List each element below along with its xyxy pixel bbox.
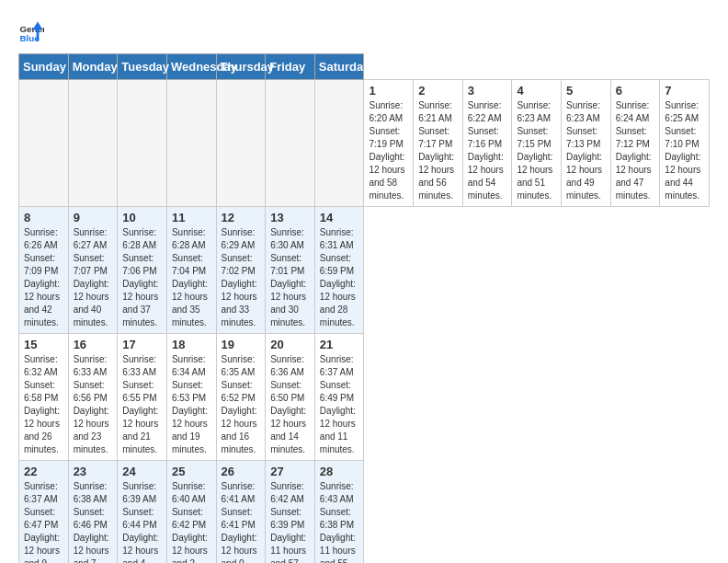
calendar-cell: 13Sunrise: 6:30 AMSunset: 7:01 PMDayligh… bbox=[266, 207, 315, 334]
calendar-cell: 4Sunrise: 6:23 AMSunset: 7:15 PMDaylight… bbox=[512, 80, 562, 207]
day-header-friday: Friday bbox=[266, 54, 315, 80]
calendar-cell: 16Sunrise: 6:33 AMSunset: 6:56 PMDayligh… bbox=[68, 334, 118, 461]
day-header-wednesday: Wednesday bbox=[166, 54, 216, 80]
calendar-table: SundayMondayTuesdayWednesdayThursdayFrid… bbox=[18, 53, 710, 563]
day-info: Sunrise: 6:39 AMSunset: 6:44 PMDaylight:… bbox=[122, 480, 162, 563]
calendar-cell: 14Sunrise: 6:31 AMSunset: 6:59 PMDayligh… bbox=[314, 207, 364, 334]
calendar-cell: 17Sunrise: 6:33 AMSunset: 6:55 PMDayligh… bbox=[118, 334, 167, 461]
calendar-cell bbox=[314, 80, 364, 207]
day-info: Sunrise: 6:31 AMSunset: 6:59 PMDaylight:… bbox=[320, 226, 359, 329]
calendar-cell: 28Sunrise: 6:43 AMSunset: 6:38 PMDayligh… bbox=[314, 461, 364, 564]
day-info: Sunrise: 6:24 AMSunset: 7:12 PMDaylight:… bbox=[616, 99, 655, 202]
calendar-cell: 27Sunrise: 6:42 AMSunset: 6:39 PMDayligh… bbox=[266, 461, 315, 564]
day-number: 16 bbox=[74, 338, 113, 351]
day-header-saturday: Saturday bbox=[314, 54, 364, 80]
day-number: 8 bbox=[24, 211, 63, 224]
calendar-week-2: 8Sunrise: 6:26 AMSunset: 7:09 PMDaylight… bbox=[19, 207, 710, 334]
logo-icon: General Blue bbox=[18, 18, 44, 44]
calendar-cell: 26Sunrise: 6:41 AMSunset: 6:41 PMDayligh… bbox=[216, 461, 266, 564]
day-info: Sunrise: 6:23 AMSunset: 7:15 PMDaylight:… bbox=[517, 99, 556, 202]
day-number: 5 bbox=[566, 84, 606, 98]
day-info: Sunrise: 6:41 AMSunset: 6:41 PMDaylight:… bbox=[222, 480, 261, 563]
day-number: 10 bbox=[122, 211, 162, 224]
day-number: 11 bbox=[172, 211, 211, 224]
day-number: 18 bbox=[172, 338, 211, 351]
day-number: 20 bbox=[270, 338, 310, 351]
day-number: 26 bbox=[222, 465, 261, 478]
day-number: 28 bbox=[320, 465, 359, 478]
calendar-cell: 20Sunrise: 6:36 AMSunset: 6:50 PMDayligh… bbox=[266, 334, 315, 461]
day-info: Sunrise: 6:29 AMSunset: 7:02 PMDaylight:… bbox=[222, 226, 261, 329]
day-header-thursday: Thursday bbox=[216, 54, 266, 80]
day-number: 3 bbox=[468, 84, 507, 98]
day-info: Sunrise: 6:37 AMSunset: 6:49 PMDaylight:… bbox=[320, 353, 359, 456]
day-info: Sunrise: 6:28 AMSunset: 7:04 PMDaylight:… bbox=[172, 226, 211, 329]
day-header-monday: Monday bbox=[68, 54, 118, 80]
day-number: 9 bbox=[74, 211, 113, 224]
day-info: Sunrise: 6:43 AMSunset: 6:38 PMDaylight:… bbox=[320, 480, 359, 563]
calendar-cell: 18Sunrise: 6:34 AMSunset: 6:53 PMDayligh… bbox=[166, 334, 216, 461]
day-number: 27 bbox=[270, 465, 310, 478]
day-info: Sunrise: 6:33 AMSunset: 6:56 PMDaylight:… bbox=[74, 353, 113, 456]
calendar-cell bbox=[19, 80, 69, 207]
day-number: 15 bbox=[24, 338, 63, 351]
day-info: Sunrise: 6:40 AMSunset: 6:42 PMDaylight:… bbox=[172, 480, 211, 563]
calendar-cell: 9Sunrise: 6:27 AMSunset: 7:07 PMDaylight… bbox=[68, 207, 118, 334]
day-info: Sunrise: 6:38 AMSunset: 6:46 PMDaylight:… bbox=[74, 480, 113, 563]
day-info: Sunrise: 6:36 AMSunset: 6:50 PMDaylight:… bbox=[270, 353, 310, 456]
day-header-sunday: Sunday bbox=[19, 54, 69, 80]
calendar-cell bbox=[118, 80, 167, 207]
day-info: Sunrise: 6:34 AMSunset: 6:53 PMDaylight:… bbox=[172, 353, 211, 456]
day-info: Sunrise: 6:37 AMSunset: 6:47 PMDaylight:… bbox=[24, 480, 63, 563]
calendar-cell: 3Sunrise: 6:22 AMSunset: 7:16 PMDaylight… bbox=[462, 80, 512, 207]
day-number: 19 bbox=[222, 338, 261, 351]
day-info: Sunrise: 6:35 AMSunset: 6:52 PMDaylight:… bbox=[222, 353, 261, 456]
day-number: 22 bbox=[24, 465, 63, 478]
calendar-cell bbox=[166, 80, 216, 207]
day-info: Sunrise: 6:23 AMSunset: 7:13 PMDaylight:… bbox=[566, 99, 606, 202]
day-number: 25 bbox=[172, 465, 211, 478]
day-info: Sunrise: 6:22 AMSunset: 7:16 PMDaylight:… bbox=[468, 99, 507, 202]
calendar-cell: 10Sunrise: 6:28 AMSunset: 7:06 PMDayligh… bbox=[118, 207, 167, 334]
calendar-cell bbox=[266, 80, 315, 207]
page-header: General Blue bbox=[18, 18, 710, 44]
calendar-cell: 23Sunrise: 6:38 AMSunset: 6:46 PMDayligh… bbox=[68, 461, 118, 564]
day-number: 6 bbox=[616, 84, 655, 98]
calendar-cell: 21Sunrise: 6:37 AMSunset: 6:49 PMDayligh… bbox=[314, 334, 364, 461]
calendar-cell: 25Sunrise: 6:40 AMSunset: 6:42 PMDayligh… bbox=[166, 461, 216, 564]
day-number: 21 bbox=[320, 338, 359, 351]
day-number: 23 bbox=[74, 465, 113, 478]
day-info: Sunrise: 6:28 AMSunset: 7:06 PMDaylight:… bbox=[122, 226, 162, 329]
calendar-week-1: 1Sunrise: 6:20 AMSunset: 7:19 PMDaylight… bbox=[19, 80, 710, 207]
calendar-cell: 19Sunrise: 6:35 AMSunset: 6:52 PMDayligh… bbox=[216, 334, 266, 461]
calendar-week-3: 15Sunrise: 6:32 AMSunset: 6:58 PMDayligh… bbox=[19, 334, 710, 461]
calendar-cell: 12Sunrise: 6:29 AMSunset: 7:02 PMDayligh… bbox=[216, 207, 266, 334]
calendar-week-4: 22Sunrise: 6:37 AMSunset: 6:47 PMDayligh… bbox=[19, 461, 710, 564]
calendar-cell: 15Sunrise: 6:32 AMSunset: 6:58 PMDayligh… bbox=[19, 334, 69, 461]
day-number: 13 bbox=[270, 211, 310, 224]
day-info: Sunrise: 6:25 AMSunset: 7:10 PMDaylight:… bbox=[665, 99, 704, 202]
calendar-cell: 6Sunrise: 6:24 AMSunset: 7:12 PMDaylight… bbox=[610, 80, 660, 207]
calendar-cell: 11Sunrise: 6:28 AMSunset: 7:04 PMDayligh… bbox=[166, 207, 216, 334]
calendar-cell: 7Sunrise: 6:25 AMSunset: 7:10 PMDaylight… bbox=[660, 80, 710, 207]
day-number: 1 bbox=[369, 84, 408, 98]
calendar-cell bbox=[216, 80, 266, 207]
calendar-cell: 22Sunrise: 6:37 AMSunset: 6:47 PMDayligh… bbox=[19, 461, 69, 564]
header-row: SundayMondayTuesdayWednesdayThursdayFrid… bbox=[19, 54, 710, 80]
day-number: 2 bbox=[418, 84, 458, 98]
day-number: 12 bbox=[222, 211, 261, 224]
day-header-tuesday: Tuesday bbox=[118, 54, 167, 80]
day-number: 24 bbox=[122, 465, 162, 478]
calendar-cell: 1Sunrise: 6:20 AMSunset: 7:19 PMDaylight… bbox=[364, 80, 414, 207]
day-number: 4 bbox=[517, 84, 556, 98]
day-number: 14 bbox=[320, 211, 359, 224]
day-info: Sunrise: 6:30 AMSunset: 7:01 PMDaylight:… bbox=[270, 226, 310, 329]
day-number: 7 bbox=[665, 84, 704, 98]
day-info: Sunrise: 6:27 AMSunset: 7:07 PMDaylight:… bbox=[74, 226, 113, 329]
day-info: Sunrise: 6:42 AMSunset: 6:39 PMDaylight:… bbox=[270, 480, 310, 563]
calendar-cell bbox=[68, 80, 118, 207]
calendar-cell: 5Sunrise: 6:23 AMSunset: 7:13 PMDaylight… bbox=[562, 80, 611, 207]
day-info: Sunrise: 6:33 AMSunset: 6:55 PMDaylight:… bbox=[122, 353, 162, 456]
day-info: Sunrise: 6:20 AMSunset: 7:19 PMDaylight:… bbox=[369, 99, 408, 202]
calendar-cell: 2Sunrise: 6:21 AMSunset: 7:17 PMDaylight… bbox=[414, 80, 463, 207]
